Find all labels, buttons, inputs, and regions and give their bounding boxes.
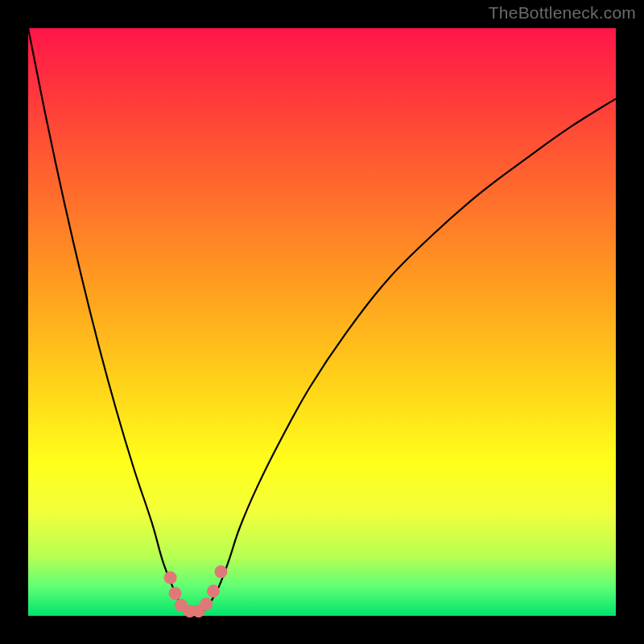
data-marker [207,584,220,597]
data-marker [214,565,227,578]
plot-area [28,28,616,616]
data-marker [164,572,177,584]
bottleneck-curve [28,28,616,617]
chart-frame: TheBottleneck.com [0,0,644,644]
data-marker [200,597,213,610]
data-marker [169,587,182,600]
watermark-text: TheBottleneck.com [489,3,636,23]
curve-svg [28,28,616,616]
